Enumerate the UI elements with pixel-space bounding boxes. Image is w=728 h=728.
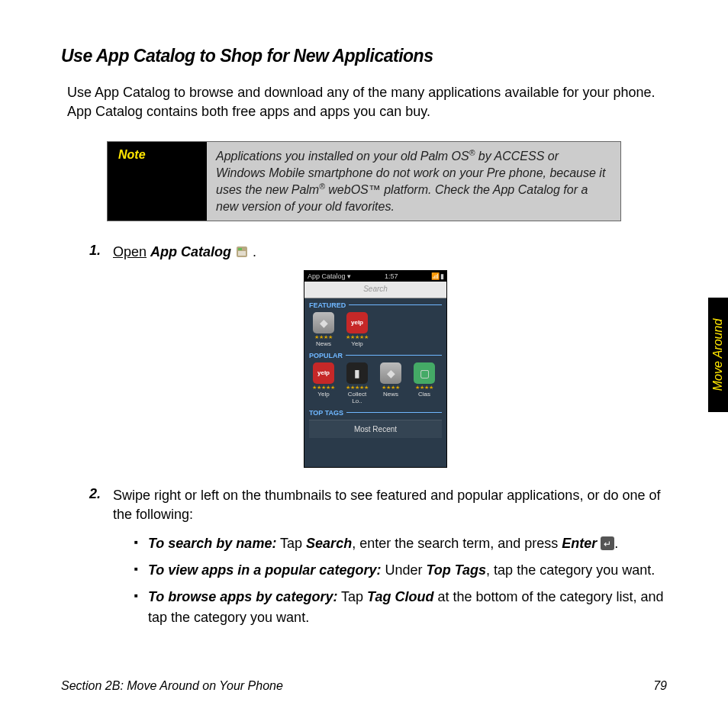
bullet-browse-by-category: To browse apps by category: Tap Tag Clou… [134, 587, 667, 628]
app-tile: ◆★★★★News [309, 312, 338, 347]
signal-icon: 📶 ▮ [431, 272, 443, 280]
app-tile: yelp★★★★★Yelp [343, 312, 372, 347]
side-tab: Move Around [708, 298, 728, 412]
app-tile: ▢★★★★Clas [410, 362, 439, 404]
footer-page-number: 79 [653, 679, 667, 693]
phone-time: 1:57 [385, 272, 398, 280]
bullet-search-by-name: To search by name: Tap Search, enter the… [134, 533, 667, 554]
svg-rect-1 [238, 248, 242, 250]
step-1-body: Open App Catalog . [113, 243, 667, 262]
phone-search-field: Search [304, 282, 446, 298]
app-tile: yelp★★★★★Yelp [309, 362, 338, 404]
section-featured: FEATURED [304, 298, 446, 311]
phone-title: App Catalog [308, 272, 346, 280]
steps-list: 1. Open App Catalog . App Catalog ▾ 1:57… [84, 243, 667, 634]
phone-screenshot: App Catalog ▾ 1:57 📶 ▮ Search FEATURED ◆… [304, 270, 447, 468]
period: . [249, 244, 256, 259]
page-footer: Section 2B: Move Around on Your Phone 79 [61, 679, 667, 693]
tag-most-recent: Most Recent [309, 420, 442, 438]
enter-key-icon [601, 536, 614, 550]
intro-paragraph: Use App Catalog to browse and download a… [67, 83, 661, 121]
section-popular: POPULAR [304, 349, 446, 361]
section-heading: Use App Catalog to Shop for New Applicat… [61, 46, 667, 66]
note-body: Applications you installed on your old P… [207, 142, 620, 221]
footer-section: Section 2B: Move Around on Your Phone [61, 679, 283, 693]
section-toptags: TOP TAGS [304, 406, 446, 418]
app-tile: ◆★★★★News [376, 362, 405, 404]
app-tile: ▮★★★★★Collect Lo.. [343, 362, 372, 404]
step-number: 1. [84, 243, 101, 262]
note-box: Note Applications you installed on your … [107, 141, 621, 221]
step-number: 2. [84, 486, 101, 634]
open-link[interactable]: Open [113, 244, 147, 259]
bullet-popular-category: To view apps in a popular category: Unde… [134, 560, 667, 581]
step-2-body: Swipe right or left on the thumbnails to… [113, 486, 667, 634]
app-catalog-icon [235, 245, 249, 259]
svg-rect-2 [238, 251, 246, 256]
note-label: Note [108, 142, 207, 221]
app-catalog-name: App Catalog [150, 244, 231, 259]
